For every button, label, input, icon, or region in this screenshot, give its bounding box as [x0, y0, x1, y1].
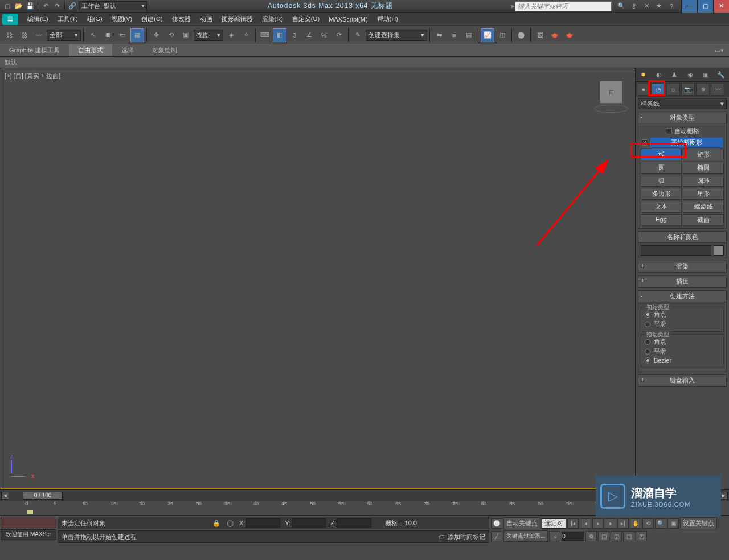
y-input[interactable] — [292, 518, 326, 528]
link-icon[interactable]: 🔗 — [67, 1, 77, 11]
help-icon[interactable]: ? — [666, 1, 677, 11]
nav-max-icon[interactable]: ▣ — [667, 518, 679, 529]
spinner-snap-icon[interactable]: ⟳ — [332, 28, 346, 42]
menu-animation[interactable]: 动画 — [195, 13, 217, 25]
rollout-header-interp[interactable]: +插值 — [638, 276, 726, 287]
ellipse-button[interactable]: 椭圆 — [683, 162, 724, 174]
named-selection-dropdown[interactable]: 创建选择集▾ — [366, 30, 427, 41]
edit-named-sel-icon[interactable]: ✎ — [351, 28, 364, 42]
shape-category-dropdown[interactable]: 样条线▾ — [638, 98, 727, 109]
geometry-icon[interactable]: ● — [637, 83, 650, 96]
nav2-4-icon[interactable]: ◰ — [636, 531, 647, 541]
selection-set-dropdown[interactable]: 选定对 — [542, 518, 566, 529]
key-marker[interactable] — [27, 510, 33, 514]
manipulate-icon[interactable]: ✧ — [239, 28, 253, 42]
rollout-header-object-type[interactable]: -对象类型 — [638, 112, 726, 123]
current-frame-input[interactable] — [562, 532, 584, 541]
snap-toggle-icon[interactable]: ◧ — [273, 28, 286, 42]
menu-tools[interactable]: 工具(T) — [53, 13, 83, 25]
cameras-icon[interactable]: 📷 — [681, 83, 695, 96]
select-name-icon[interactable]: ≣ — [101, 28, 114, 42]
viewcube[interactable]: 前 — [600, 81, 622, 104]
move-icon[interactable]: ✥ — [149, 28, 163, 42]
nav2-2-icon[interactable]: ◲ — [611, 531, 622, 541]
next-frame-icon[interactable]: ▸ — [605, 518, 616, 529]
play-icon[interactable]: ▸ — [592, 518, 604, 529]
key-icon[interactable]: ⚷ — [629, 1, 639, 11]
render-icon[interactable]: 🫖 — [563, 28, 576, 42]
timeslider-left-icon[interactable]: ◂ — [1, 492, 9, 500]
start-new-checkbox[interactable] — [642, 139, 648, 146]
menu-graph[interactable]: 图形编辑器 — [217, 13, 257, 25]
timeslider-right-icon[interactable]: ▸ — [720, 492, 728, 500]
unlink-tool-icon[interactable]: ⛓ — [17, 28, 31, 42]
frame-prev2-icon[interactable]: ◃ — [549, 531, 560, 541]
drag-bezier-radio[interactable] — [645, 357, 650, 363]
layers-icon[interactable]: ▤ — [462, 28, 476, 42]
menu-maxscript[interactable]: MAXScript(M) — [324, 14, 372, 24]
shapes-icon[interactable]: ◔ — [652, 83, 665, 96]
menu-render[interactable]: 渲染(R) — [257, 13, 288, 25]
spacewarps-icon[interactable]: 〰 — [711, 83, 724, 96]
save-icon[interactable]: 💾 — [25, 1, 35, 11]
z-input[interactable] — [337, 518, 371, 528]
render-frame-icon[interactable]: 🫖 — [548, 28, 562, 42]
egg-button[interactable]: Egg — [641, 214, 682, 226]
app-icon[interactable]: ☰ — [2, 14, 18, 25]
binoculars-icon[interactable]: 🔍 — [616, 1, 626, 11]
menu-group[interactable]: 组(G) — [83, 13, 107, 25]
new-icon[interactable]: ▢ — [2, 1, 13, 11]
minilistener-pink[interactable] — [1, 517, 56, 528]
menu-view[interactable]: 视图(V) — [107, 13, 137, 25]
snap3-icon[interactable]: 3 — [288, 28, 301, 42]
render-setup-icon[interactable]: 🖼 — [533, 28, 547, 42]
menu-create[interactable]: 创建(C) — [137, 13, 167, 25]
rollout-header-render[interactable]: +渲染 — [638, 261, 726, 273]
nav2-3-icon[interactable]: ◳ — [623, 531, 634, 541]
curve-editor-icon[interactable]: 📈 — [481, 28, 494, 42]
rollout-header-name-color[interactable]: -名称和颜色 — [638, 232, 726, 243]
motion-tab-icon[interactable]: ◉ — [682, 68, 698, 81]
ribbon-tab-paint[interactable]: 对象绘制 — [143, 44, 186, 56]
arc-button[interactable]: 弧 — [641, 175, 682, 187]
pivot-icon[interactable]: ◈ — [224, 28, 238, 42]
ngon-button[interactable]: 多边形 — [641, 188, 682, 200]
viewport[interactable]: [+] [前] [真实 + 边面] 前 — [1, 69, 634, 489]
ribbon-dd-icon[interactable]: ▭▾ — [710, 44, 729, 57]
minimize-button[interactable]: — — [681, 0, 697, 13]
open-icon[interactable]: 📂 — [14, 1, 24, 11]
prev-frame-icon[interactable]: ◂ — [580, 518, 591, 529]
lights-icon[interactable]: ☼ — [666, 83, 680, 96]
goto-end-icon[interactable]: ▸| — [617, 518, 629, 529]
object-name-input[interactable] — [641, 245, 711, 256]
section-button[interactable]: 截面 — [683, 214, 724, 226]
utilities-tab-icon[interactable]: 🔧 — [714, 68, 729, 81]
timetag-icon[interactable]: 🏷 — [434, 530, 448, 543]
keyfilter-icon[interactable]: ╱ — [491, 531, 502, 541]
circle-button[interactable]: 圆 — [641, 162, 682, 174]
percent-snap-icon[interactable]: % — [317, 28, 331, 42]
text-button[interactable]: 文本 — [641, 201, 682, 213]
workspace-dropdown[interactable]: 工作台: 默认▾ — [79, 1, 147, 11]
initial-corner-radio[interactable] — [645, 312, 650, 318]
select-rect-icon[interactable]: ▭ — [116, 28, 129, 42]
star-button[interactable]: 星形 — [683, 188, 724, 200]
modify-tab-icon[interactable]: ◐ — [651, 68, 666, 81]
ribbon-tab-select[interactable]: 选择 — [112, 44, 143, 56]
menu-help[interactable]: 帮助(H) — [372, 13, 403, 25]
exchange-icon[interactable]: ✕ — [641, 1, 652, 11]
isolate-icon[interactable]: ◯ — [223, 516, 237, 530]
maximize-button[interactable]: ▢ — [697, 0, 713, 13]
mirror-icon[interactable]: ⇋ — [432, 28, 446, 42]
keyfilter-button[interactable]: 关键点过滤器... — [503, 530, 548, 542]
x-input[interactable] — [246, 518, 280, 528]
donut-button[interactable]: 圆环 — [683, 175, 724, 187]
rollout-header-creation[interactable]: -创建方法 — [638, 291, 726, 302]
menu-custom[interactable]: 自定义(U) — [288, 13, 324, 25]
nav-orbit-icon[interactable]: ⟲ — [642, 518, 654, 529]
search-input[interactable] — [515, 1, 612, 11]
helix-button[interactable]: 螺旋线 — [683, 201, 724, 213]
autogrid-checkbox[interactable] — [666, 128, 672, 134]
helpers-icon[interactable]: ✵ — [696, 83, 710, 96]
selection-filter-dropdown[interactable]: 全部▾ — [47, 30, 81, 41]
